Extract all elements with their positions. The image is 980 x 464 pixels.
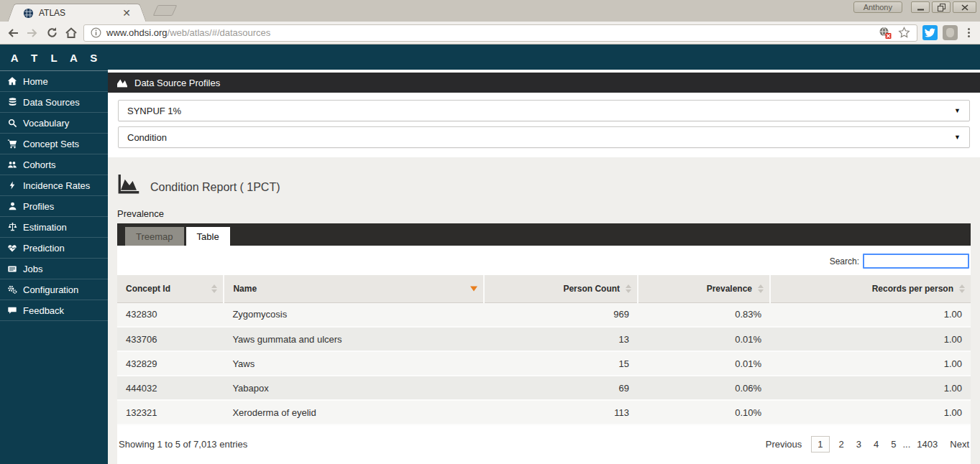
- sidebar-item-label: Home: [23, 76, 48, 87]
- new-tab-button[interactable]: [153, 5, 178, 16]
- column-header-name[interactable]: Name: [224, 275, 484, 302]
- cell-name: Yaws: [224, 351, 484, 376]
- column-label: Name: [233, 284, 257, 294]
- column-header-prevalence[interactable]: Prevalence: [638, 275, 770, 302]
- sidebar-item-jobs[interactable]: Jobs: [0, 259, 108, 279]
- sidebar-item-home[interactable]: Home: [0, 71, 108, 92]
- bookmark-star-icon[interactable]: [898, 27, 910, 39]
- twitter-extension-icon[interactable]: [922, 25, 938, 40]
- page-button-3[interactable]: 3: [856, 439, 861, 450]
- sidebar-item-label: Feedback: [23, 305, 64, 316]
- page-ellipsis: ...: [903, 439, 911, 450]
- atlas-favicon-icon: [23, 8, 34, 19]
- table-row[interactable]: 132321Xeroderma of eyelid1130.10%1.00: [117, 400, 971, 424]
- page-button-2[interactable]: 2: [839, 439, 844, 450]
- pagination: Previous12345...1403Next: [766, 436, 969, 453]
- page-button-4[interactable]: 4: [874, 439, 879, 450]
- report-type-select[interactable]: Condition ▼: [118, 126, 970, 148]
- report-type-value: Condition: [127, 132, 167, 143]
- forward-button[interactable]: [25, 25, 40, 41]
- sidebar-item-configuration[interactable]: Configuration: [0, 279, 108, 300]
- column-label: Prevalence: [707, 284, 752, 294]
- comment-icon: [6, 306, 18, 315]
- data-source-select[interactable]: SYNPUF 1% ▼: [118, 100, 970, 121]
- cell-records-per-person: 1.00: [770, 327, 971, 351]
- column-header-person-count[interactable]: Person Count: [484, 275, 638, 302]
- reload-button[interactable]: [45, 25, 59, 41]
- cell-concept-id: 433706: [117, 327, 224, 351]
- cell-name: Yaws gummata and ulcers: [224, 327, 484, 351]
- browser-menu-icon[interactable]: [963, 25, 974, 41]
- search-input[interactable]: [863, 254, 969, 269]
- cell-prevalence: 0.01%: [638, 327, 770, 351]
- page-button-5[interactable]: 5: [891, 439, 896, 450]
- sidebar-item-data-sources[interactable]: Data Sources: [0, 92, 108, 113]
- url-host: www.ohdsi.org: [106, 27, 168, 38]
- prevalence-table: Concept IdNamePerson CountPrevalenceReco…: [117, 275, 971, 425]
- table-row[interactable]: 444032Yabapox690.06%1.00: [117, 376, 971, 400]
- back-button[interactable]: [6, 25, 20, 41]
- page-button-previous[interactable]: Previous: [766, 439, 802, 450]
- column-header-records-per-person[interactable]: Records per person: [770, 275, 971, 302]
- sidebar-item-prediction[interactable]: Prediction: [0, 238, 108, 259]
- cell-prevalence: 0.10%: [638, 400, 770, 424]
- tab-treemap[interactable]: Treemap: [125, 227, 184, 246]
- tab-content: Search: Concept IdNamePerson CountPreval…: [117, 246, 971, 464]
- browser-tab[interactable]: ATLAS ✕: [17, 4, 137, 22]
- sidebar-item-incidence-rates[interactable]: Incidence Rates: [0, 175, 108, 196]
- column-header-concept-id[interactable]: Concept Id: [117, 275, 224, 302]
- tab-close-icon[interactable]: ✕: [119, 8, 134, 18]
- browser-window: ATLAS ✕ Anthony: [0, 0, 980, 464]
- sort-icons: [626, 284, 631, 293]
- sidebar-item-vocabulary[interactable]: Vocabulary: [0, 113, 108, 134]
- page-button-1403[interactable]: 1403: [917, 439, 938, 450]
- cell-records-per-person: 1.00: [770, 400, 971, 424]
- sidebar-item-label: Incidence Rates: [23, 180, 90, 191]
- page-button-next[interactable]: Next: [950, 439, 969, 450]
- blocked-content-icon[interactable]: [879, 27, 892, 39]
- cell-concept-id: 432829: [117, 351, 224, 376]
- cell-prevalence: 0.06%: [638, 376, 770, 400]
- cell-name: Yabapox: [224, 376, 484, 400]
- minimize-button[interactable]: [911, 1, 930, 13]
- page-info-icon[interactable]: [91, 27, 101, 38]
- extension-icon[interactable]: [943, 25, 958, 40]
- report-title-row: Condition Report ( 1PCT): [117, 175, 971, 194]
- users-icon: [6, 160, 18, 170]
- sidebar-item-estimation[interactable]: Estimation: [0, 217, 108, 238]
- search-label: Search:: [830, 256, 859, 266]
- url-path: /web/atlas/#/datasources: [168, 27, 271, 38]
- table-row[interactable]: 432830Zygomycosis9690.83%1.00: [117, 302, 971, 327]
- main-area: Data Source Profiles SYNPUF 1% ▼ Conditi…: [108, 45, 980, 464]
- sidebar-item-feedback[interactable]: Feedback: [0, 300, 108, 321]
- home-button[interactable]: [64, 25, 78, 41]
- page-button-1[interactable]: 1: [811, 436, 829, 453]
- profile-button[interactable]: Anthony: [853, 1, 902, 13]
- tab-table[interactable]: Table: [186, 227, 230, 246]
- sidebar-item-concept-sets[interactable]: Concept Sets: [0, 134, 108, 154]
- sort-icons: [959, 284, 965, 293]
- restore-button[interactable]: [932, 1, 951, 13]
- sidebar-nav: HomeData SourcesVocabularyConcept SetsCo…: [0, 71, 108, 321]
- atlas-logo[interactable]: A T L A S: [0, 45, 108, 71]
- sidebar-item-label: Prediction: [23, 243, 65, 254]
- list-icon: [6, 264, 18, 274]
- sidebar-item-profiles[interactable]: Profiles: [0, 196, 108, 217]
- sort-icons: [211, 284, 217, 293]
- close-button[interactable]: [953, 1, 976, 13]
- table-summary: Showing 1 to 5 of 7,013 entries: [119, 439, 247, 450]
- heartbeat-icon: [6, 243, 18, 253]
- sidebar-item-label: Vocabulary: [23, 118, 69, 129]
- cell-prevalence: 0.01%: [638, 351, 770, 376]
- search-icon: [6, 119, 18, 128]
- gears-icon: [6, 284, 18, 294]
- report-tabbar: TreemapTable: [117, 223, 971, 246]
- database-icon: [6, 97, 18, 107]
- table-row[interactable]: 432829Yaws150.01%1.00: [117, 351, 971, 376]
- cell-name: Zygomycosis: [224, 302, 484, 327]
- browser-titlebar: ATLAS ✕ Anthony: [0, 0, 980, 22]
- sidebar-item-label: Jobs: [23, 264, 42, 274]
- table-row[interactable]: 433706Yaws gummata and ulcers130.01%1.00: [117, 327, 971, 351]
- sidebar-item-cohorts[interactable]: Cohorts: [0, 154, 108, 175]
- address-bar[interactable]: www.ohdsi.org/web/atlas/#/datasources: [83, 24, 917, 42]
